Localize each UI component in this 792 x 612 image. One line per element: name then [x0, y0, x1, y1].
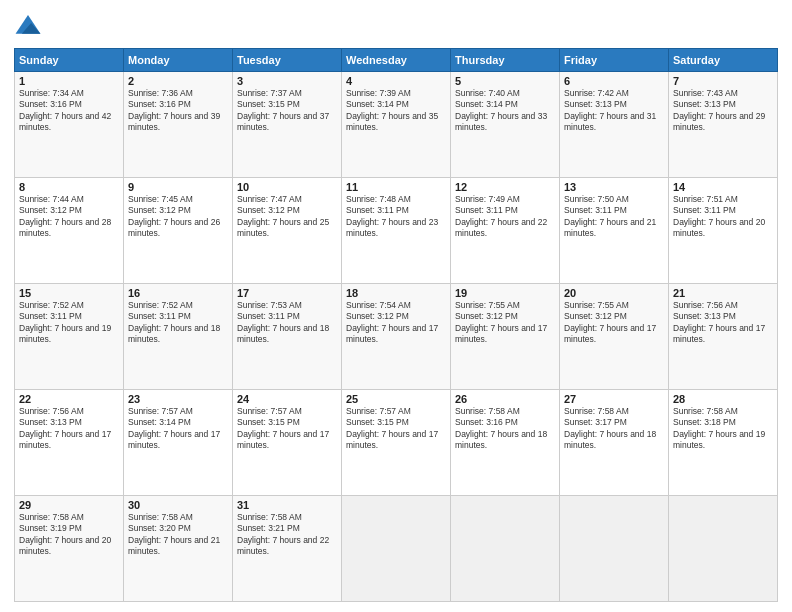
day-info: Sunrise: 7:43 AMSunset: 3:13 PMDaylight:…: [673, 88, 773, 134]
calendar-day-4: 4Sunrise: 7:39 AMSunset: 3:14 PMDaylight…: [342, 72, 451, 178]
day-number: 7: [673, 75, 773, 87]
day-number: 5: [455, 75, 555, 87]
calendar-cell: [669, 496, 778, 602]
calendar-day-5: 5Sunrise: 7:40 AMSunset: 3:14 PMDaylight…: [451, 72, 560, 178]
calendar-day-26: 26Sunrise: 7:58 AMSunset: 3:16 PMDayligh…: [451, 390, 560, 496]
day-number: 17: [237, 287, 337, 299]
calendar-day-8: 8Sunrise: 7:44 AMSunset: 3:12 PMDaylight…: [15, 178, 124, 284]
calendar-day-11: 11Sunrise: 7:48 AMSunset: 3:11 PMDayligh…: [342, 178, 451, 284]
day-info: Sunrise: 7:58 AMSunset: 3:16 PMDaylight:…: [455, 406, 555, 452]
calendar-week-5: 29Sunrise: 7:58 AMSunset: 3:19 PMDayligh…: [15, 496, 778, 602]
day-number: 9: [128, 181, 228, 193]
calendar-day-9: 9Sunrise: 7:45 AMSunset: 3:12 PMDaylight…: [124, 178, 233, 284]
calendar-cell: [342, 496, 451, 602]
logo-icon: [14, 12, 42, 40]
day-info: Sunrise: 7:52 AMSunset: 3:11 PMDaylight:…: [19, 300, 119, 346]
calendar-day-29: 29Sunrise: 7:58 AMSunset: 3:19 PMDayligh…: [15, 496, 124, 602]
calendar-day-27: 27Sunrise: 7:58 AMSunset: 3:17 PMDayligh…: [560, 390, 669, 496]
day-info: Sunrise: 7:34 AMSunset: 3:16 PMDaylight:…: [19, 88, 119, 134]
calendar-week-2: 8Sunrise: 7:44 AMSunset: 3:12 PMDaylight…: [15, 178, 778, 284]
day-number: 18: [346, 287, 446, 299]
day-info: Sunrise: 7:48 AMSunset: 3:11 PMDaylight:…: [346, 194, 446, 240]
calendar-day-30: 30Sunrise: 7:58 AMSunset: 3:20 PMDayligh…: [124, 496, 233, 602]
logo: [14, 12, 46, 40]
calendar-day-3: 3Sunrise: 7:37 AMSunset: 3:15 PMDaylight…: [233, 72, 342, 178]
calendar-day-1: 1Sunrise: 7:34 AMSunset: 3:16 PMDaylight…: [15, 72, 124, 178]
calendar-week-4: 22Sunrise: 7:56 AMSunset: 3:13 PMDayligh…: [15, 390, 778, 496]
day-info: Sunrise: 7:54 AMSunset: 3:12 PMDaylight:…: [346, 300, 446, 346]
day-number: 3: [237, 75, 337, 87]
day-info: Sunrise: 7:52 AMSunset: 3:11 PMDaylight:…: [128, 300, 228, 346]
day-number: 2: [128, 75, 228, 87]
day-number: 24: [237, 393, 337, 405]
day-number: 31: [237, 499, 337, 511]
calendar-header-row: SundayMondayTuesdayWednesdayThursdayFrid…: [15, 49, 778, 72]
calendar-day-23: 23Sunrise: 7:57 AMSunset: 3:14 PMDayligh…: [124, 390, 233, 496]
calendar-day-31: 31Sunrise: 7:58 AMSunset: 3:21 PMDayligh…: [233, 496, 342, 602]
day-info: Sunrise: 7:51 AMSunset: 3:11 PMDaylight:…: [673, 194, 773, 240]
day-info: Sunrise: 7:49 AMSunset: 3:11 PMDaylight:…: [455, 194, 555, 240]
calendar-day-24: 24Sunrise: 7:57 AMSunset: 3:15 PMDayligh…: [233, 390, 342, 496]
day-info: Sunrise: 7:58 AMSunset: 3:20 PMDaylight:…: [128, 512, 228, 558]
day-info: Sunrise: 7:56 AMSunset: 3:13 PMDaylight:…: [19, 406, 119, 452]
day-number: 27: [564, 393, 664, 405]
day-number: 28: [673, 393, 773, 405]
day-number: 20: [564, 287, 664, 299]
day-header-sunday: Sunday: [15, 49, 124, 72]
calendar-day-10: 10Sunrise: 7:47 AMSunset: 3:12 PMDayligh…: [233, 178, 342, 284]
day-info: Sunrise: 7:57 AMSunset: 3:15 PMDaylight:…: [346, 406, 446, 452]
day-header-friday: Friday: [560, 49, 669, 72]
day-number: 16: [128, 287, 228, 299]
day-number: 12: [455, 181, 555, 193]
calendar-week-3: 15Sunrise: 7:52 AMSunset: 3:11 PMDayligh…: [15, 284, 778, 390]
calendar-day-13: 13Sunrise: 7:50 AMSunset: 3:11 PMDayligh…: [560, 178, 669, 284]
calendar: SundayMondayTuesdayWednesdayThursdayFrid…: [14, 48, 778, 602]
calendar-day-20: 20Sunrise: 7:55 AMSunset: 3:12 PMDayligh…: [560, 284, 669, 390]
calendar-cell: [560, 496, 669, 602]
day-number: 22: [19, 393, 119, 405]
day-number: 4: [346, 75, 446, 87]
day-number: 25: [346, 393, 446, 405]
day-info: Sunrise: 7:37 AMSunset: 3:15 PMDaylight:…: [237, 88, 337, 134]
day-info: Sunrise: 7:53 AMSunset: 3:11 PMDaylight:…: [237, 300, 337, 346]
day-number: 13: [564, 181, 664, 193]
day-number: 23: [128, 393, 228, 405]
calendar-day-6: 6Sunrise: 7:42 AMSunset: 3:13 PMDaylight…: [560, 72, 669, 178]
day-header-thursday: Thursday: [451, 49, 560, 72]
calendar-day-14: 14Sunrise: 7:51 AMSunset: 3:11 PMDayligh…: [669, 178, 778, 284]
day-info: Sunrise: 7:55 AMSunset: 3:12 PMDaylight:…: [564, 300, 664, 346]
day-info: Sunrise: 7:56 AMSunset: 3:13 PMDaylight:…: [673, 300, 773, 346]
day-info: Sunrise: 7:57 AMSunset: 3:14 PMDaylight:…: [128, 406, 228, 452]
day-info: Sunrise: 7:50 AMSunset: 3:11 PMDaylight:…: [564, 194, 664, 240]
day-header-monday: Monday: [124, 49, 233, 72]
calendar-day-15: 15Sunrise: 7:52 AMSunset: 3:11 PMDayligh…: [15, 284, 124, 390]
day-number: 6: [564, 75, 664, 87]
day-info: Sunrise: 7:58 AMSunset: 3:17 PMDaylight:…: [564, 406, 664, 452]
day-number: 10: [237, 181, 337, 193]
calendar-week-1: 1Sunrise: 7:34 AMSunset: 3:16 PMDaylight…: [15, 72, 778, 178]
calendar-day-25: 25Sunrise: 7:57 AMSunset: 3:15 PMDayligh…: [342, 390, 451, 496]
day-number: 15: [19, 287, 119, 299]
day-number: 29: [19, 499, 119, 511]
day-info: Sunrise: 7:58 AMSunset: 3:18 PMDaylight:…: [673, 406, 773, 452]
day-info: Sunrise: 7:39 AMSunset: 3:14 PMDaylight:…: [346, 88, 446, 134]
calendar-day-22: 22Sunrise: 7:56 AMSunset: 3:13 PMDayligh…: [15, 390, 124, 496]
day-number: 14: [673, 181, 773, 193]
day-header-wednesday: Wednesday: [342, 49, 451, 72]
calendar-day-12: 12Sunrise: 7:49 AMSunset: 3:11 PMDayligh…: [451, 178, 560, 284]
day-number: 8: [19, 181, 119, 193]
calendar-day-7: 7Sunrise: 7:43 AMSunset: 3:13 PMDaylight…: [669, 72, 778, 178]
day-info: Sunrise: 7:44 AMSunset: 3:12 PMDaylight:…: [19, 194, 119, 240]
day-info: Sunrise: 7:40 AMSunset: 3:14 PMDaylight:…: [455, 88, 555, 134]
day-info: Sunrise: 7:45 AMSunset: 3:12 PMDaylight:…: [128, 194, 228, 240]
day-info: Sunrise: 7:57 AMSunset: 3:15 PMDaylight:…: [237, 406, 337, 452]
day-number: 21: [673, 287, 773, 299]
calendar-day-28: 28Sunrise: 7:58 AMSunset: 3:18 PMDayligh…: [669, 390, 778, 496]
header: [14, 12, 778, 40]
day-number: 11: [346, 181, 446, 193]
day-info: Sunrise: 7:58 AMSunset: 3:21 PMDaylight:…: [237, 512, 337, 558]
day-number: 1: [19, 75, 119, 87]
calendar-cell: [451, 496, 560, 602]
calendar-day-21: 21Sunrise: 7:56 AMSunset: 3:13 PMDayligh…: [669, 284, 778, 390]
day-number: 19: [455, 287, 555, 299]
